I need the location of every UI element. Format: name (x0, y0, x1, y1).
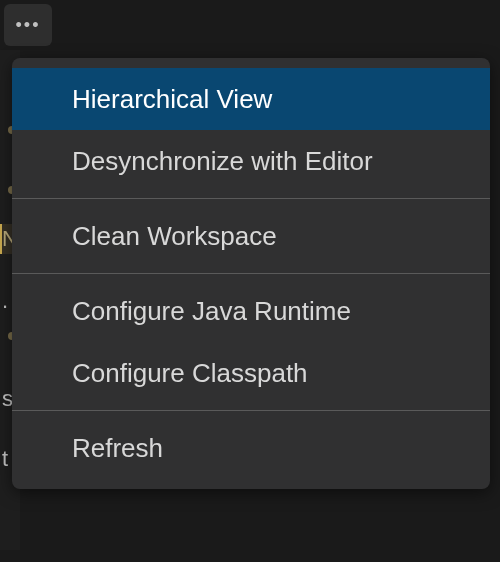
menu-item-label: Hierarchical View (72, 84, 272, 115)
context-menu: Hierarchical View Desynchronize with Edi… (12, 58, 490, 489)
menu-separator (12, 410, 490, 411)
bg-char: . (2, 288, 8, 314)
menu-item-desynchronize[interactable]: Desynchronize with Editor (12, 130, 490, 192)
ellipsis-icon: ••• (16, 16, 41, 34)
menu-item-refresh[interactable]: Refresh (12, 417, 490, 479)
menu-item-label: Configure Java Runtime (72, 296, 351, 327)
bg-char: t (2, 446, 8, 472)
more-actions-button[interactable]: ••• (4, 4, 52, 46)
menu-separator (12, 273, 490, 274)
menu-item-hierarchical-view[interactable]: Hierarchical View (12, 68, 490, 130)
menu-item-label: Configure Classpath (72, 358, 308, 389)
menu-item-label: Refresh (72, 433, 163, 464)
menu-separator (12, 198, 490, 199)
menu-item-label: Clean Workspace (72, 221, 277, 252)
menu-item-label: Desynchronize with Editor (72, 146, 373, 177)
menu-item-configure-runtime[interactable]: Configure Java Runtime (12, 280, 490, 342)
menu-item-clean-workspace[interactable]: Clean Workspace (12, 205, 490, 267)
menu-item-configure-classpath[interactable]: Configure Classpath (12, 342, 490, 404)
